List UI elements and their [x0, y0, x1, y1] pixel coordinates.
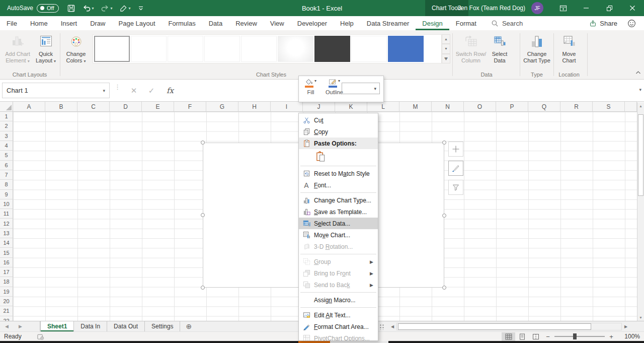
select-all-corner[interactable] — [0, 102, 13, 111]
column-header-O[interactable]: O — [464, 102, 496, 111]
tab-file[interactable]: File — [0, 16, 24, 30]
chart-handle[interactable] — [442, 286, 446, 290]
close-button[interactable] — [621, 0, 644, 16]
column-header-K[interactable]: K — [335, 102, 367, 111]
tab-design[interactable]: Design — [416, 16, 449, 30]
name-box-dropdown-icon[interactable]: ▾ — [103, 88, 105, 93]
column-header-M[interactable]: M — [399, 102, 432, 111]
formula-bar-splitter[interactable]: ⋮ — [114, 85, 121, 89]
chart-style-thumbnail-7[interactable] — [314, 36, 350, 62]
column-header-I[interactable]: I — [271, 102, 303, 111]
row-header-17[interactable]: 17 — [0, 267, 13, 277]
chart-handle[interactable] — [442, 214, 446, 218]
tab-data-streamer[interactable]: Data Streamer — [360, 16, 416, 30]
save-button[interactable] — [67, 4, 75, 13]
scroll-down-icon[interactable]: ▼ — [637, 314, 644, 321]
quick-layout-button[interactable]: Quick Layout ▾ — [33, 33, 58, 64]
tab-draw[interactable]: Draw — [84, 16, 112, 30]
ribbon-display-options-button[interactable] — [551, 0, 575, 16]
search-box[interactable]: Search — [491, 16, 523, 30]
row-header-5[interactable]: 5 — [0, 151, 13, 160]
row-header-8[interactable]: 8 — [0, 180, 13, 189]
undo-dropdown-icon[interactable]: ▾ — [92, 6, 94, 11]
column-header-N[interactable]: N — [432, 102, 464, 111]
chart-style-thumbnail-6[interactable] — [278, 36, 313, 62]
chart-handle[interactable] — [442, 141, 446, 145]
mini-toolbar-combo[interactable]: ▾ — [342, 83, 380, 94]
chart-handle[interactable] — [201, 213, 205, 217]
zoom-in-button[interactable]: + — [606, 333, 617, 340]
menu-item-reset-to-match-style[interactable]: Reset to Match Style — [299, 168, 378, 179]
tab-page-layout[interactable]: Page Layout — [112, 16, 162, 30]
vertical-scroll-thumb[interactable] — [638, 114, 643, 196]
expand-formula-bar-icon[interactable]: ▾ — [639, 87, 641, 92]
column-header-B[interactable]: B — [45, 102, 77, 111]
menu-item-select-data[interactable]: Select Data... — [299, 218, 378, 229]
fill-button[interactable]: ▾ Fill — [299, 76, 323, 102]
column-header-J[interactable]: J — [303, 102, 335, 111]
zoom-level[interactable]: 100% — [617, 333, 640, 340]
row-header-7[interactable]: 7 — [0, 170, 13, 180]
row-header-20[interactable]: 20 — [0, 297, 13, 306]
row-header-22[interactable]: 22 — [0, 316, 13, 321]
row-header-3[interactable]: 3 — [0, 131, 13, 141]
chart-filters-button[interactable] — [448, 180, 463, 195]
column-header-C[interactable]: C — [77, 102, 110, 111]
tab-developer[interactable]: Developer — [291, 16, 334, 30]
sheet-tab-data-out[interactable]: Data Out — [107, 321, 145, 331]
insert-function-button[interactable]: fx — [164, 84, 177, 97]
feedback-smiley-button[interactable] — [627, 19, 636, 28]
menu-item-assign-macro[interactable]: Assign Macro... — [299, 294, 378, 306]
change-chart-type-button[interactable]: Change Chart Type — [522, 33, 552, 64]
column-header-S[interactable]: S — [593, 102, 625, 111]
chart-handle[interactable] — [201, 141, 205, 145]
tab-review[interactable]: Review — [229, 16, 264, 30]
share-button[interactable]: Share — [583, 20, 623, 27]
zoom-out-button[interactable]: − — [542, 333, 553, 340]
avatar[interactable]: JF — [531, 2, 543, 14]
scroll-left-icon[interactable]: ◀ — [388, 324, 396, 329]
scroll-up-icon[interactable]: ▲ — [637, 102, 644, 109]
tab-help[interactable]: Help — [334, 16, 360, 30]
name-box[interactable]: Chart 1 ▾ — [2, 83, 110, 98]
customize-qat-button[interactable] — [138, 5, 144, 12]
paste-icon[interactable] — [315, 151, 326, 162]
normal-view-button[interactable] — [502, 332, 515, 341]
vertical-scrollbar[interactable]: ▲ ▼ — [637, 102, 644, 321]
column-header-Q[interactable]: Q — [528, 102, 560, 111]
tab-insert[interactable]: Insert — [54, 16, 84, 30]
tab-formulas[interactable]: Formulas — [162, 16, 202, 30]
column-header-D[interactable]: D — [110, 102, 142, 111]
chart-style-thumbnail-1[interactable] — [94, 36, 130, 62]
sheet-nav-left-icon[interactable]: ◀ — [0, 321, 14, 331]
row-header-13[interactable]: 13 — [0, 229, 13, 238]
menu-item-save-as-template[interactable]: Save as Template... — [299, 206, 378, 218]
chart-styles-button[interactable] — [448, 161, 463, 176]
select-data-button[interactable]: Select Data — [488, 33, 511, 64]
row-header-19[interactable]: 19 — [0, 287, 13, 297]
row-header-10[interactable]: 10 — [0, 199, 13, 209]
page-break-preview-button[interactable] — [529, 332, 542, 341]
menu-item-paste-options[interactable]: Paste Options: — [299, 138, 378, 149]
sheet-nav-right-icon[interactable]: ▶ — [14, 321, 27, 331]
chart-style-thumbnail-4[interactable] — [204, 36, 240, 62]
row-header-16[interactable]: 16 — [0, 258, 13, 267]
sheet-tab-data-in[interactable]: Data In — [74, 321, 107, 331]
column-header-P[interactable]: P — [496, 102, 528, 111]
zoom-slider[interactable] — [554, 336, 605, 337]
tab-format[interactable]: Format — [449, 16, 483, 30]
sheet-tab-settings[interactable]: Settings — [145, 321, 180, 331]
tab-home[interactable]: Home — [24, 16, 54, 30]
row-header-14[interactable]: 14 — [0, 238, 13, 248]
row-header-15[interactable]: 15 — [0, 248, 13, 257]
row-header-4[interactable]: 4 — [0, 141, 13, 151]
row-header-11[interactable]: 11 — [0, 209, 13, 219]
column-header-H[interactable]: H — [238, 102, 271, 111]
scroll-right-icon[interactable]: ▶ — [622, 324, 630, 329]
outline-dropdown-icon[interactable]: ▾ — [338, 79, 340, 83]
chart-handle[interactable] — [201, 286, 205, 290]
menu-item-move-chart[interactable]: Move Chart... — [299, 229, 378, 241]
menu-item-copy[interactable]: Copy — [299, 126, 378, 138]
menu-item-change-chart-type[interactable]: Change Chart Type... — [299, 194, 378, 206]
column-header-R[interactable]: R — [560, 102, 593, 111]
